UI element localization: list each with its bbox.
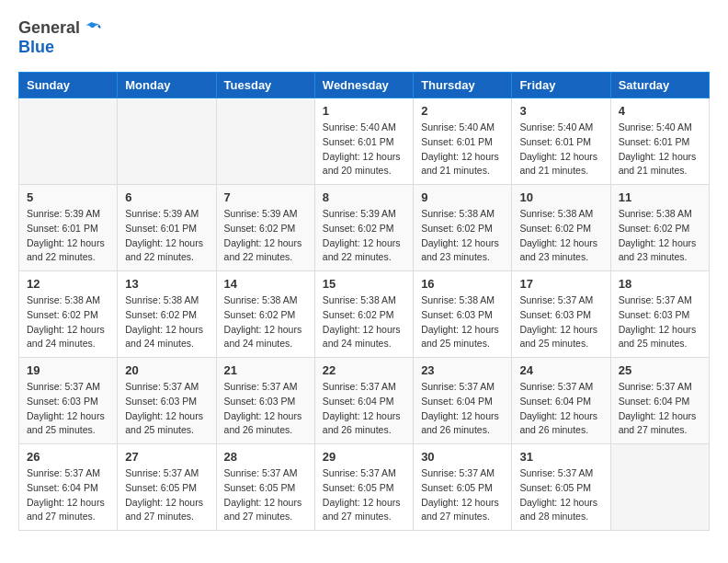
day-info: Sunrise: 5:37 AM Sunset: 6:05 PM Dayligh… [125,466,208,524]
calendar-day-cell: 5Sunrise: 5:39 AM Sunset: 6:01 PM Daylig… [19,185,118,271]
calendar-day-cell: 26Sunrise: 5:37 AM Sunset: 6:04 PM Dayli… [19,444,118,531]
day-number: 17 [519,277,602,291]
day-number: 9 [421,190,504,204]
day-number: 23 [421,363,504,377]
calendar-day-cell: 29Sunrise: 5:37 AM Sunset: 6:05 PM Dayli… [314,444,413,531]
day-number: 13 [125,277,208,291]
day-number: 25 [619,363,701,377]
calendar-day-cell: 21Sunrise: 5:37 AM Sunset: 6:03 PM Dayli… [216,358,314,444]
day-number: 11 [619,190,701,204]
day-info: Sunrise: 5:37 AM Sunset: 6:05 PM Dayligh… [224,466,307,524]
day-number: 4 [619,104,701,118]
day-info: Sunrise: 5:40 AM Sunset: 6:01 PM Dayligh… [421,121,504,178]
day-info: Sunrise: 5:39 AM Sunset: 6:01 PM Dayligh… [125,207,208,265]
weekday-header-wednesday: Wednesday [314,73,413,98]
day-info: Sunrise: 5:38 AM Sunset: 6:02 PM Dayligh… [125,293,208,351]
day-number: 15 [323,277,405,291]
page-header: General Blue [18,18,710,57]
calendar-day-cell: 19Sunrise: 5:37 AM Sunset: 6:03 PM Dayli… [19,358,118,444]
weekday-header-saturday: Saturday [610,73,709,98]
day-number: 10 [519,190,602,204]
day-number: 7 [224,190,307,204]
calendar-day-cell: 20Sunrise: 5:37 AM Sunset: 6:03 PM Dayli… [118,358,216,444]
calendar-day-cell: 7Sunrise: 5:39 AM Sunset: 6:02 PM Daylig… [216,185,314,271]
day-number: 20 [125,363,208,377]
calendar-week-row: 5Sunrise: 5:39 AM Sunset: 6:01 PM Daylig… [19,185,710,271]
logo-top-row: General [18,18,101,38]
calendar-day-cell: 30Sunrise: 5:37 AM Sunset: 6:05 PM Dayli… [414,444,512,531]
calendar-day-cell: 11Sunrise: 5:38 AM Sunset: 6:02 PM Dayli… [610,185,709,271]
day-info: Sunrise: 5:37 AM Sunset: 6:05 PM Dayligh… [519,466,602,524]
logo-bird-icon [81,21,101,36]
calendar-empty-cell [216,98,314,185]
calendar-day-cell: 3Sunrise: 5:40 AM Sunset: 6:01 PM Daylig… [512,98,610,185]
weekday-header-sunday: Sunday [19,73,118,98]
day-number: 21 [224,363,307,377]
day-info: Sunrise: 5:38 AM Sunset: 6:02 PM Dayligh… [27,293,109,351]
day-info: Sunrise: 5:38 AM Sunset: 6:02 PM Dayligh… [519,207,602,265]
calendar-day-cell: 2Sunrise: 5:40 AM Sunset: 6:01 PM Daylig… [414,98,512,185]
day-info: Sunrise: 5:37 AM Sunset: 6:03 PM Dayligh… [224,380,307,438]
day-number: 12 [27,277,109,291]
calendar-day-cell: 18Sunrise: 5:37 AM Sunset: 6:03 PM Dayli… [610,271,709,358]
day-info: Sunrise: 5:37 AM Sunset: 6:03 PM Dayligh… [519,293,602,351]
day-info: Sunrise: 5:37 AM Sunset: 6:04 PM Dayligh… [519,380,602,438]
calendar-day-cell: 12Sunrise: 5:38 AM Sunset: 6:02 PM Dayli… [19,271,118,358]
calendar-day-cell: 4Sunrise: 5:40 AM Sunset: 6:01 PM Daylig… [610,98,709,185]
calendar-day-cell: 22Sunrise: 5:37 AM Sunset: 6:04 PM Dayli… [314,358,413,444]
calendar-day-cell: 14Sunrise: 5:38 AM Sunset: 6:02 PM Dayli… [216,271,314,358]
calendar-day-cell: 8Sunrise: 5:39 AM Sunset: 6:02 PM Daylig… [314,185,413,271]
calendar-day-cell: 6Sunrise: 5:39 AM Sunset: 6:01 PM Daylig… [118,185,216,271]
calendar-day-cell: 9Sunrise: 5:38 AM Sunset: 6:02 PM Daylig… [414,185,512,271]
logo-general-text: General [18,18,80,38]
day-info: Sunrise: 5:37 AM Sunset: 6:04 PM Dayligh… [27,466,109,524]
day-info: Sunrise: 5:38 AM Sunset: 6:03 PM Dayligh… [421,293,504,351]
day-info: Sunrise: 5:38 AM Sunset: 6:02 PM Dayligh… [421,207,504,265]
calendar-day-cell: 24Sunrise: 5:37 AM Sunset: 6:04 PM Dayli… [512,358,610,444]
day-number: 16 [421,277,504,291]
day-info: Sunrise: 5:37 AM Sunset: 6:04 PM Dayligh… [323,380,405,438]
calendar-week-row: 19Sunrise: 5:37 AM Sunset: 6:03 PM Dayli… [19,358,710,444]
day-info: Sunrise: 5:37 AM Sunset: 6:03 PM Dayligh… [27,380,109,438]
day-number: 2 [421,104,504,118]
day-info: Sunrise: 5:39 AM Sunset: 6:01 PM Dayligh… [27,207,109,265]
day-number: 14 [224,277,307,291]
calendar-empty-cell [118,98,216,185]
day-info: Sunrise: 5:39 AM Sunset: 6:02 PM Dayligh… [323,207,405,265]
day-number: 31 [519,450,602,464]
day-info: Sunrise: 5:38 AM Sunset: 6:02 PM Dayligh… [323,293,405,351]
calendar-day-cell: 28Sunrise: 5:37 AM Sunset: 6:05 PM Dayli… [216,444,314,531]
weekday-header-friday: Friday [512,73,610,98]
calendar-empty-cell [19,98,118,185]
day-info: Sunrise: 5:40 AM Sunset: 6:01 PM Dayligh… [323,121,405,178]
day-info: Sunrise: 5:37 AM Sunset: 6:04 PM Dayligh… [619,380,701,438]
day-number: 19 [27,363,109,377]
calendar-table: SundayMondayTuesdayWednesdayThursdayFrid… [18,72,710,531]
day-info: Sunrise: 5:40 AM Sunset: 6:01 PM Dayligh… [519,121,602,178]
day-number: 1 [323,104,405,118]
logo-blue-text: Blue [18,38,54,57]
weekday-header-thursday: Thursday [414,73,512,98]
day-number: 24 [519,363,602,377]
day-number: 29 [323,450,405,464]
calendar-day-cell: 27Sunrise: 5:37 AM Sunset: 6:05 PM Dayli… [118,444,216,531]
calendar-day-cell: 23Sunrise: 5:37 AM Sunset: 6:04 PM Dayli… [414,358,512,444]
day-number: 6 [125,190,208,204]
day-info: Sunrise: 5:37 AM Sunset: 6:03 PM Dayligh… [125,380,208,438]
calendar-day-cell: 16Sunrise: 5:38 AM Sunset: 6:03 PM Dayli… [414,271,512,358]
day-info: Sunrise: 5:38 AM Sunset: 6:02 PM Dayligh… [224,293,307,351]
weekday-header-monday: Monday [118,73,216,98]
day-info: Sunrise: 5:37 AM Sunset: 6:05 PM Dayligh… [323,466,405,524]
day-number: 28 [224,450,307,464]
calendar-day-cell: 1Sunrise: 5:40 AM Sunset: 6:01 PM Daylig… [314,98,413,185]
day-info: Sunrise: 5:37 AM Sunset: 6:04 PM Dayligh… [421,380,504,438]
day-number: 27 [125,450,208,464]
calendar-day-cell: 25Sunrise: 5:37 AM Sunset: 6:04 PM Dayli… [610,358,709,444]
calendar-day-cell: 17Sunrise: 5:37 AM Sunset: 6:03 PM Dayli… [512,271,610,358]
day-info: Sunrise: 5:37 AM Sunset: 6:05 PM Dayligh… [421,466,504,524]
day-number: 5 [27,190,109,204]
day-number: 26 [27,450,109,464]
weekday-header-row: SundayMondayTuesdayWednesdayThursdayFrid… [19,73,710,98]
day-info: Sunrise: 5:39 AM Sunset: 6:02 PM Dayligh… [224,207,307,265]
calendar-empty-cell [610,444,709,531]
